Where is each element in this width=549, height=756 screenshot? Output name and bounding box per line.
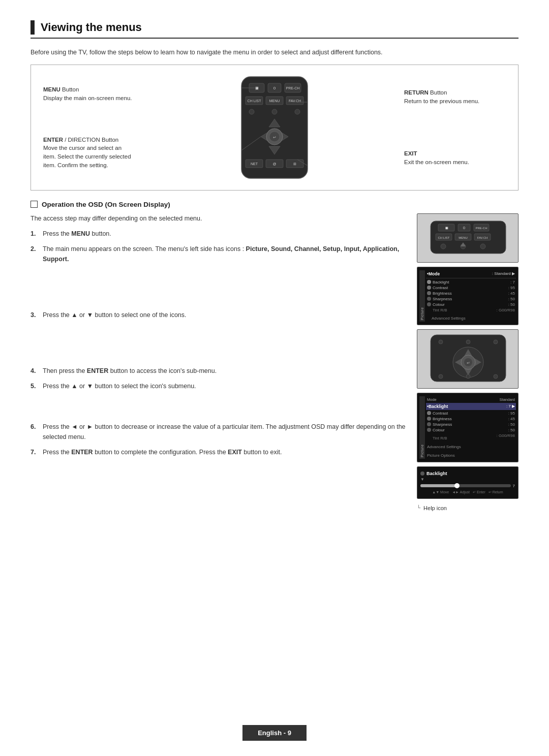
exit-annotation: EXIT Exit the on-screen menu. bbox=[404, 149, 506, 166]
remote-dpad-svg: ↵ bbox=[420, 333, 516, 384]
footer: English - 9 bbox=[0, 725, 549, 741]
step-6: 6. Press the ◄ or ► button to decrease o… bbox=[30, 422, 407, 442]
svg-point-65 bbox=[466, 374, 470, 379]
svg-point-49 bbox=[480, 244, 485, 249]
enter-desc2: item. Select the currently selected bbox=[43, 153, 131, 160]
page-title: Viewing the menus bbox=[41, 21, 142, 34]
step-4: 4. Then press the ENTER button to access… bbox=[30, 366, 407, 376]
return-desc: Return to the previous menu. bbox=[404, 98, 479, 104]
svg-point-14 bbox=[272, 109, 277, 114]
exit-desc: Exit the on-screen menu. bbox=[404, 159, 469, 165]
page: Viewing the menus Before using the TV, f… bbox=[0, 0, 549, 756]
diagram-box: MENU Button Display the main on-screen m… bbox=[30, 65, 518, 191]
screenshot-osd-menu2: Picture Mode Standard •Backlight : 7 ▶ bbox=[417, 393, 518, 462]
right-annotations: RETURN Button Return to the previous men… bbox=[394, 77, 506, 178]
osd-tab-label: Picture bbox=[419, 270, 425, 322]
section-title: Viewing the menus bbox=[30, 20, 518, 39]
svg-point-66 bbox=[494, 374, 498, 379]
osd-title: Operation the OSD (On Screen Display) bbox=[42, 201, 170, 208]
svg-point-55 bbox=[494, 340, 498, 344]
content-sidebar: The access step may differ depending on … bbox=[30, 213, 518, 511]
slider-label: Backlight bbox=[426, 471, 447, 476]
exit-label: EXIT bbox=[404, 150, 417, 156]
screenshot-remote-top: 🔲 0 PRE-CH CH LIST MENU FAV.CH bbox=[417, 213, 518, 263]
menu-button-annotation: MENU Button Display the main on-screen m… bbox=[43, 85, 155, 102]
step-7: 7. Press the ENTER button to complete th… bbox=[30, 447, 407, 457]
enter-button-label: ENTER bbox=[43, 137, 63, 143]
screenshot-osd-menu1: Picture •Mode : Standard ▶ Backlight : 7 bbox=[417, 267, 518, 325]
svg-text:0: 0 bbox=[463, 226, 466, 230]
svg-text:CH LIST: CH LIST bbox=[248, 99, 262, 103]
enter-desc3: item. Confirm the setting. bbox=[43, 162, 108, 168]
osd-section: Operation the OSD (On Screen Display) Th… bbox=[30, 201, 518, 511]
svg-point-64 bbox=[439, 374, 443, 379]
osd-checkbox bbox=[30, 201, 38, 208]
step-3: 3. Press the ▲ or ▼ button to select one… bbox=[30, 310, 407, 320]
sidebar-screenshots: 🔲 0 PRE-CH CH LIST MENU FAV.CH bbox=[417, 213, 518, 511]
svg-text:⊞: ⊞ bbox=[293, 162, 296, 166]
svg-text:↵: ↵ bbox=[467, 361, 470, 365]
svg-point-13 bbox=[249, 109, 254, 114]
svg-point-53 bbox=[439, 340, 443, 344]
svg-text:MENU: MENU bbox=[459, 236, 468, 239]
left-annotations: MENU Button Display the main on-screen m… bbox=[43, 77, 155, 178]
remote-illustration: 🔲 0 PRE-CH CH LIST MENU FAV.CH bbox=[224, 74, 325, 181]
osd-tab-label2: Picture bbox=[419, 396, 425, 459]
svg-text:@: @ bbox=[272, 162, 276, 166]
enter-button-annotation: ENTER / DIRECTION Button Move the cursor… bbox=[43, 136, 155, 170]
svg-text:0: 0 bbox=[273, 86, 276, 90]
help-icon-label: └ Help icon bbox=[417, 505, 518, 511]
svg-point-15 bbox=[295, 109, 300, 114]
access-note: The access step may differ depending on … bbox=[30, 213, 407, 224]
remote-svg: 🔲 0 PRE-CH CH LIST MENU FAV.CH bbox=[226, 74, 323, 181]
svg-text:FAV.CH: FAV.CH bbox=[477, 236, 488, 239]
step-2: 2. The main menu appears on the screen. … bbox=[30, 244, 407, 264]
help-icon-text: Help icon bbox=[423, 505, 447, 511]
svg-text:MENU: MENU bbox=[269, 99, 280, 103]
svg-point-47 bbox=[441, 244, 446, 249]
return-button-label: RETURN bbox=[404, 89, 429, 96]
main-content: The access step may differ depending on … bbox=[30, 213, 407, 462]
menu-button-desc: Display the main on-screen menu. bbox=[43, 95, 132, 101]
screenshot-remote-dpad: ↵ bbox=[417, 329, 518, 389]
enter-desc1: Move the cursor and select an bbox=[43, 145, 121, 151]
svg-text:NET: NET bbox=[251, 162, 258, 166]
osd-header: Operation the OSD (On Screen Display) bbox=[30, 201, 518, 208]
step-5: 5. Press the ▲ or ▼ button to select the… bbox=[30, 381, 407, 391]
menu-button-label: MENU bbox=[43, 86, 60, 92]
svg-point-54 bbox=[466, 340, 470, 344]
svg-text:CH LIST: CH LIST bbox=[438, 236, 449, 239]
svg-text:PRE-CH: PRE-CH bbox=[286, 86, 300, 90]
screenshot-slider: Backlight ▼ 7 ▲▼ Move ◄► Adjus bbox=[417, 466, 518, 499]
intro-text: Before using the TV, follow the steps be… bbox=[30, 48, 518, 57]
slider-value: 7 bbox=[513, 484, 515, 488]
return-button-annotation: RETURN Button Return to the previous men… bbox=[404, 88, 506, 105]
help-arrow-icon: └ bbox=[417, 505, 420, 511]
svg-text:🔲: 🔲 bbox=[445, 226, 449, 230]
title-bar-decoration bbox=[30, 20, 35, 35]
footer-badge: English - 9 bbox=[242, 725, 307, 741]
step-1: 1. Press the MENU button. bbox=[30, 229, 407, 239]
svg-text:↵: ↵ bbox=[273, 135, 277, 140]
svg-text:PRE-CH: PRE-CH bbox=[475, 227, 487, 230]
remote-top-svg: 🔲 0 PRE-CH CH LIST MENU FAV.CH bbox=[420, 217, 516, 258]
